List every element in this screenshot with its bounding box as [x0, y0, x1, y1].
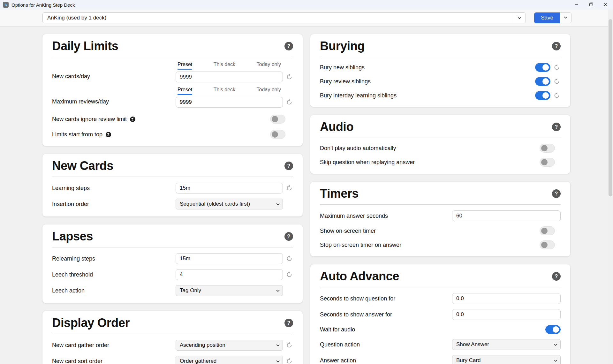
learning-steps-label: Learning steps	[52, 185, 90, 192]
scrollbar-thumb[interactable]	[609, 19, 612, 196]
new-card-gather-order-value: Ascending position	[176, 342, 229, 348]
section-lapses: Lapses ? Relearning steps Leech threshol…	[42, 224, 303, 303]
section-title: Burying	[320, 39, 365, 53]
learning-steps-input[interactable]	[176, 183, 283, 193]
insertion-order-select[interactable]: Sequential (oldest cards first)	[176, 199, 283, 209]
new-cards-per-day-input[interactable]	[176, 72, 283, 82]
tab-this-deck[interactable]: This deck	[214, 87, 235, 95]
bury-review-siblings-toggle[interactable]	[535, 77, 550, 86]
tab-preset[interactable]: Preset	[178, 87, 192, 95]
preset-select[interactable]: AnKing (used by 1 deck)	[42, 12, 526, 23]
max-answer-seconds-input[interactable]	[452, 210, 561, 221]
section-title: Timers	[320, 187, 359, 200]
answer-action-select[interactable]: Bury Card	[452, 355, 561, 364]
max-reviews-per-day-input[interactable]	[176, 97, 283, 108]
restore-default-icon[interactable]	[285, 73, 293, 81]
new-card-sort-order-select[interactable]: Order gathered	[176, 356, 283, 364]
restore-default-icon[interactable]	[285, 341, 293, 349]
new-card-gather-order-label: New card gather order	[52, 342, 109, 349]
skip-question-toggle[interactable]	[540, 158, 555, 167]
chevron-down-icon	[551, 343, 560, 347]
save-options-button[interactable]	[560, 12, 571, 23]
new-cards-scope-tabs: Preset This deck Today only	[176, 62, 283, 70]
save-split-button: Save	[534, 12, 571, 23]
chevron-down-icon	[551, 359, 560, 363]
section-title: New Cards	[52, 159, 113, 172]
tab-preset[interactable]: Preset	[178, 62, 192, 70]
new-cards-per-day-label: New cards/day	[52, 73, 90, 80]
bury-review-siblings-label: Bury review siblings	[320, 78, 371, 85]
section-title: Auto Advance	[320, 269, 399, 283]
options-toolbar: AnKing (used by 1 deck) Save	[0, 10, 613, 27]
answer-action-value: Bury Card	[452, 357, 485, 364]
tab-this-deck[interactable]: This deck	[214, 62, 235, 70]
dont-play-audio-toggle[interactable]	[540, 144, 555, 153]
show-timer-toggle[interactable]	[540, 226, 555, 235]
show-timer-label: Show on-screen timer	[320, 228, 376, 234]
restore-default-icon[interactable]	[553, 78, 561, 85]
help-icon[interactable]: ?	[552, 189, 561, 198]
bury-interday-siblings-toggle[interactable]	[535, 91, 550, 100]
minimize-button[interactable]	[569, 0, 584, 10]
restore-default-icon[interactable]	[285, 357, 293, 364]
restore-default-icon[interactable]	[285, 271, 293, 278]
restore-default-icon[interactable]	[553, 92, 561, 99]
help-icon[interactable]: ?	[284, 42, 293, 50]
insertion-order-label: Insertion order	[52, 201, 89, 208]
close-icon	[604, 2, 608, 8]
ignore-review-limit-label: New cards ignore review limit	[52, 116, 127, 123]
help-icon[interactable]: ?	[552, 42, 561, 50]
leech-action-value: Tag Only	[176, 287, 205, 294]
leech-action-select[interactable]: Tag Only	[176, 285, 283, 296]
save-button[interactable]: Save	[534, 12, 560, 23]
new-card-gather-order-select[interactable]: Ascending position	[176, 340, 283, 351]
seconds-show-question-input[interactable]	[452, 293, 561, 304]
leech-threshold-input[interactable]	[176, 269, 283, 280]
help-icon[interactable]: ?	[284, 232, 293, 241]
bury-new-siblings-toggle[interactable]	[535, 63, 550, 72]
seconds-show-answer-input[interactable]	[452, 309, 561, 320]
restore-default-icon[interactable]	[285, 98, 293, 106]
vertical-scrollbar[interactable]	[608, 10, 613, 364]
limits-start-from-top-toggle[interactable]	[270, 130, 285, 139]
chevron-down-icon	[273, 343, 283, 347]
titlebar: Options for AnKing Step Deck	[0, 0, 613, 10]
chevron-down-icon	[273, 202, 283, 206]
seconds-show-answer-label: Seconds to show answer for	[320, 311, 392, 318]
minimize-icon	[574, 2, 578, 8]
chevron-down-icon[interactable]	[513, 13, 526, 23]
restore-button[interactable]	[584, 0, 598, 10]
chevron-down-icon	[273, 289, 283, 293]
tab-today-only[interactable]: Today only	[257, 87, 281, 95]
wait-for-audio-toggle[interactable]	[545, 325, 561, 334]
relearning-steps-input[interactable]	[176, 253, 283, 264]
section-new-cards: New Cards ? Learning steps Insertion ord…	[42, 154, 303, 216]
tab-today-only[interactable]: Today only	[257, 62, 281, 70]
close-button[interactable]	[598, 0, 613, 10]
section-title: Display Order	[52, 316, 130, 330]
help-icon[interactable]: ?	[284, 319, 293, 327]
question-action-label: Question action	[320, 341, 360, 348]
help-icon[interactable]: ?	[552, 123, 561, 131]
restore-default-icon[interactable]	[553, 64, 561, 71]
section-auto-advance: Auto Advance ? Seconds to show question …	[310, 264, 570, 364]
options-scroll-area: Daily Limits ? New cards/day Preset This…	[0, 27, 613, 364]
question-action-select[interactable]: Show Answer	[452, 339, 561, 350]
max-reviews-scope-tabs: Preset This deck Today only	[176, 87, 283, 95]
globe-icon	[105, 132, 111, 138]
seconds-show-question-label: Seconds to show question for	[320, 295, 395, 302]
preset-select-value: AnKing (used by 1 deck)	[43, 15, 111, 21]
restore-default-icon[interactable]	[285, 255, 293, 262]
help-icon[interactable]: ?	[552, 272, 561, 281]
ignore-review-limit-toggle[interactable]	[270, 115, 285, 124]
section-display-order: Display Order ? New card gather order As…	[42, 311, 303, 364]
section-audio: Audio ? Don't play audio automatically S…	[310, 115, 570, 174]
stop-timer-on-answer-toggle[interactable]	[540, 240, 555, 249]
new-card-sort-order-value: Order gathered	[176, 358, 220, 364]
section-title: Lapses	[52, 230, 93, 243]
limits-start-from-top-label: Limits start from top	[52, 131, 102, 138]
help-icon[interactable]: ?	[284, 162, 293, 170]
leech-threshold-label: Leech threshold	[52, 271, 93, 278]
restore-default-icon[interactable]	[285, 184, 293, 192]
answer-action-label: Answer action	[320, 357, 356, 364]
